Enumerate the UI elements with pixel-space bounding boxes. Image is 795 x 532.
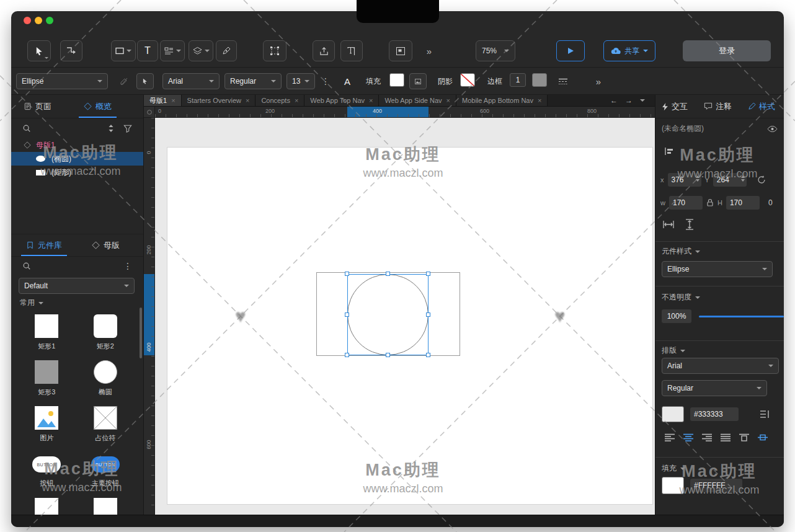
fill-image-button[interactable] [409,73,427,89]
widget-style-select[interactable]: Ellipse [662,261,773,277]
selection-handle[interactable] [386,272,390,276]
tab-close-icon[interactable]: × [246,97,249,104]
document-tab[interactable]: Web App Side Nav × [379,95,456,106]
component-rect1[interactable]: 矩形1 [17,313,76,358]
opacity-slider[interactable] [699,316,784,317]
align-left-icon[interactable] [664,433,675,441]
component-partial[interactable] [17,496,76,515]
text-style-more-button[interactable]: ⋮ [321,73,330,89]
tab-interactions[interactable]: 交互 [662,101,688,112]
selection-handle[interactable] [345,272,349,276]
form-tool-button[interactable] [160,40,185,61]
selection-handle[interactable] [426,313,430,317]
selection-handle[interactable] [386,353,390,357]
master-group-row[interactable]: 母版1 [11,138,143,152]
component-rect3[interactable]: 矩形3 [17,358,76,404]
selection-handle[interactable] [426,272,430,276]
visibility-eye-icon[interactable] [767,125,778,133]
search-icon[interactable] [22,124,31,133]
list-style-icon[interactable] [760,410,770,419]
filter-icon[interactable] [123,125,132,133]
align-middle-icon[interactable] [757,433,768,441]
document-tab[interactable]: Web App Top Nav × [304,95,379,106]
document-tab[interactable]: Mobile App Bottom Nav × [456,95,548,106]
minimize-window-button[interactable] [35,17,42,24]
lock-icon[interactable] [706,198,714,207]
opacity-section[interactable]: 不透明度 [655,292,784,303]
font-weight-select[interactable]: Regular [224,73,282,89]
opacity-input[interactable]: 100% [662,309,691,323]
widget-style-select[interactable]: Ellipse [16,73,108,89]
preview-button[interactable] [556,40,585,61]
format-overflow-button[interactable]: » [590,73,605,89]
font-color-hex-input[interactable]: #333333 [690,407,739,421]
document-tab[interactable]: Starters Overview × [182,95,256,106]
font-weight-select[interactable]: Regular [662,380,767,396]
tab-close-icon[interactable]: × [295,97,298,104]
search-icon[interactable] [22,262,31,270]
toolbar-overflow-button[interactable]: » [420,40,437,61]
text-tool-button[interactable]: T [137,40,158,61]
font-size-select[interactable]: 13 [286,73,315,89]
widget-style-section[interactable]: 元件样式 [655,246,784,257]
fill-hex-input[interactable]: #FFFFFF [690,479,742,492]
align-right-icon[interactable] [701,433,713,441]
selection-handle[interactable] [345,313,349,317]
width-input[interactable]: 170 [669,196,703,210]
component-ellipse[interactable]: 椭圆 [76,358,135,404]
artboard-tool-button[interactable] [389,40,412,61]
forward-arrow-icon[interactable]: → [625,96,633,105]
sort-icon[interactable] [107,124,115,133]
component-button[interactable]: BUTTON 按钮 [17,450,76,496]
tab-widget-library[interactable]: 元件库 [24,234,64,256]
ruler-corner[interactable] [144,107,155,118]
library-section-header[interactable]: 常用 [20,298,43,308]
document-tab[interactable]: 母版1 × [144,95,182,106]
layers-tool-button[interactable] [189,40,213,61]
selection-handle[interactable] [345,353,349,357]
tab-style[interactable]: 样式 [748,101,775,112]
fit-width-icon[interactable] [663,220,674,229]
scrollbar-thumb[interactable] [140,308,142,358]
fill-section[interactable]: 填充 [655,463,784,474]
kebab-menu-icon[interactable]: ⋮ [123,261,132,271]
border-width-input[interactable]: 1 [510,73,526,87]
tab-close-icon[interactable]: × [171,97,175,104]
back-arrow-icon[interactable]: ← [610,96,618,105]
font-color-swatch[interactable] [662,406,684,422]
component-placeholder[interactable]: 占位符 [76,404,135,450]
shadow-swatch[interactable] [460,73,475,87]
component-image[interactable]: 图片 [17,404,76,450]
login-button[interactable]: 登录 [683,40,771,61]
align-justify-icon[interactable] [720,433,731,441]
height-input[interactable]: 170 [726,196,760,210]
connector-tool-button[interactable] [60,40,82,61]
zoom-window-button[interactable] [46,17,53,24]
export-button[interactable] [313,40,335,61]
text-color-button[interactable]: A [340,73,355,89]
align-top-icon[interactable] [739,433,750,441]
style-picker-button[interactable] [136,73,154,89]
tab-overview[interactable]: 概览 [81,95,114,118]
shape-tool-button[interactable] [111,40,136,61]
select-tool-button[interactable] [27,40,51,61]
tab-close-icon[interactable]: × [369,97,373,104]
typeset-tool-button[interactable] [340,40,363,61]
tab-masters[interactable]: 母版 [89,234,122,256]
pen-tool-button[interactable] [216,40,237,61]
component-partial[interactable] [76,496,135,515]
horizontal-ruler[interactable]: 0 200 400 600 800 [155,107,655,118]
y-input[interactable]: 264 [713,173,747,187]
fill-color-swatch[interactable] [662,477,684,494]
border-color-swatch[interactable] [532,73,547,87]
selection-handle[interactable] [426,353,430,357]
font-family-select[interactable]: Arial [162,73,220,89]
tab-list-icon[interactable] [640,99,645,102]
distribute-icon[interactable] [664,147,674,156]
tree-item-rectangle[interactable]: (矩形) [11,166,143,179]
x-input[interactable]: 376 [668,173,701,187]
font-family-select[interactable]: Arial [662,358,779,374]
canvas[interactable] [155,118,655,515]
share-button[interactable]: 共享 [603,40,655,61]
zoom-select[interactable]: 75% [476,40,515,61]
